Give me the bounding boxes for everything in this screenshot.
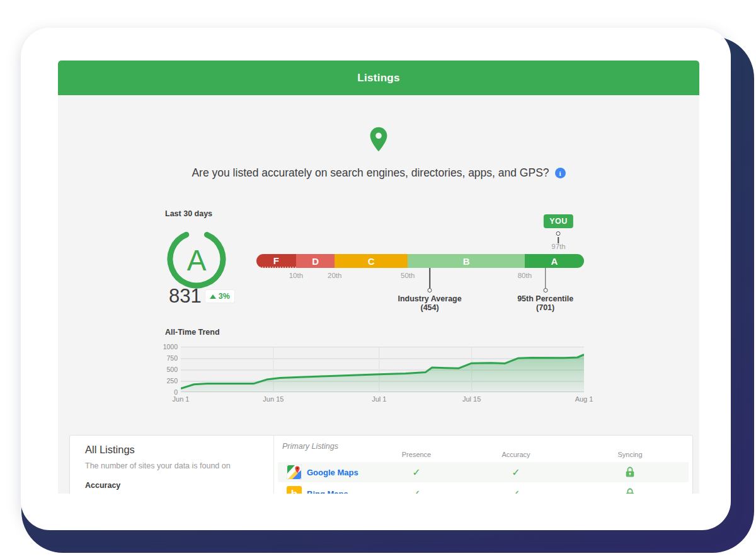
y-tick-label: 1000 bbox=[163, 343, 178, 350]
you-percentile-label: 97th bbox=[551, 243, 565, 250]
column-header-accuracy: Accuracy bbox=[501, 451, 530, 458]
app-header: Listings bbox=[58, 61, 699, 95]
check-icon: ✓ bbox=[512, 488, 520, 494]
location-pin-icon bbox=[364, 125, 393, 154]
all-listings-subtitle: The number of sites your data is found o… bbox=[85, 461, 258, 470]
annotation-value: (701) bbox=[536, 303, 554, 312]
column-header-presence: Presence bbox=[402, 451, 431, 458]
percentile-grade-bar: FDCBA bbox=[256, 254, 584, 268]
bing-maps-icon: b bbox=[287, 486, 302, 494]
annotation-value: (454) bbox=[420, 303, 438, 312]
annotation-title: Industry Average bbox=[398, 294, 461, 303]
table-row: bBing Maps✓✓ bbox=[278, 484, 689, 494]
annotation-dot bbox=[428, 288, 432, 292]
score-delta-badge: 3% bbox=[205, 290, 234, 303]
x-tick-label: Jul 15 bbox=[462, 395, 481, 403]
trend-x-axis: Jun 1Jun 15Jul 1Jul 15Aug 1 bbox=[181, 395, 584, 404]
percentile-tick-label: 20th bbox=[328, 272, 341, 279]
annotation-title: 95th Percentile bbox=[517, 294, 573, 303]
marketing-frame: Listings Are you listed accurately on se… bbox=[0, 0, 756, 556]
x-tick-label: Jul 1 bbox=[372, 395, 386, 403]
presence-cell: ✓ bbox=[412, 484, 420, 494]
percentile-tick-label: 10th bbox=[289, 272, 303, 279]
google-maps-icon bbox=[287, 465, 302, 480]
question-text: Are you listed accurately on search engi… bbox=[192, 166, 549, 180]
you-marker-dot bbox=[556, 231, 561, 236]
percentile-tick-label: 50th bbox=[401, 272, 415, 279]
site-link[interactable]: Google Maps bbox=[307, 468, 358, 477]
x-tick-label: Aug 1 bbox=[575, 395, 593, 403]
lock-icon bbox=[626, 488, 635, 494]
syncing-cell bbox=[626, 484, 635, 494]
grade-letter: A bbox=[164, 227, 229, 291]
trend-y-axis: 02505007501000 bbox=[151, 343, 178, 396]
x-tick-label: Jun 15 bbox=[263, 395, 284, 403]
accuracy-cell: ✓ bbox=[512, 484, 520, 494]
score-delta: 3% bbox=[219, 292, 230, 301]
annotation-line bbox=[429, 268, 430, 288]
info-icon[interactable]: i bbox=[555, 168, 566, 178]
panel-divider bbox=[273, 436, 274, 494]
check-icon: ✓ bbox=[512, 466, 520, 478]
svg-text:b: b bbox=[291, 488, 297, 494]
accuracy-cell: ✓ bbox=[512, 462, 520, 482]
percentile-zone: YOU 97th FDCBA 10th20th50th80th Industry… bbox=[256, 212, 584, 315]
grade-gauge: A bbox=[164, 227, 229, 291]
table-row: Google Maps✓✓ bbox=[278, 462, 689, 482]
trend-chart-plot bbox=[181, 347, 584, 392]
syncing-cell bbox=[626, 462, 635, 482]
x-tick-label: Jun 1 bbox=[173, 395, 190, 403]
presence-cell: ✓ bbox=[412, 462, 420, 482]
trend-chart-title: All-Time Trend bbox=[165, 328, 220, 337]
period-label: Last 30 days bbox=[165, 209, 212, 218]
percentile-tick-label: 80th bbox=[518, 272, 532, 279]
site-link[interactable]: Bing Maps bbox=[307, 489, 348, 494]
check-icon: ✓ bbox=[412, 466, 420, 478]
grade-segment-b: B bbox=[408, 254, 525, 268]
score-row: 831 3% bbox=[169, 285, 234, 308]
column-header-syncing: Syncing bbox=[617, 451, 642, 458]
trend-up-icon bbox=[210, 294, 216, 299]
y-tick-label: 500 bbox=[166, 366, 178, 373]
you-badge: YOU bbox=[544, 214, 573, 228]
page-title: Listings bbox=[357, 72, 400, 84]
annotation-dot bbox=[543, 288, 547, 292]
accuracy-label: Accuracy bbox=[85, 481, 258, 490]
grade-segment-f: F bbox=[256, 254, 296, 268]
y-tick-label: 750 bbox=[166, 354, 178, 362]
annotation-line bbox=[545, 268, 546, 288]
listings-app-screenshot: Listings Are you listed accurately on se… bbox=[58, 61, 699, 494]
listings-panel: All Listings The number of sites your da… bbox=[69, 435, 693, 494]
grade-segment-d: D bbox=[296, 254, 335, 268]
check-icon: ✓ bbox=[412, 488, 420, 494]
all-listings-title: All Listings bbox=[85, 444, 258, 456]
pin-wrap bbox=[58, 125, 699, 154]
tablet-card: Listings Are you listed accurately on se… bbox=[21, 28, 731, 530]
question-row: Are you listed accurately on search engi… bbox=[58, 166, 699, 180]
grade-segment-a: A bbox=[525, 254, 584, 268]
lock-icon bbox=[626, 466, 635, 478]
score-value: 831 bbox=[169, 285, 202, 308]
trend-line-chart bbox=[181, 347, 584, 393]
all-listings-summary: All Listings The number of sites your da… bbox=[70, 436, 273, 494]
y-tick-label: 250 bbox=[166, 377, 178, 385]
grade-segment-c: C bbox=[335, 254, 408, 268]
primary-listings-title: Primary Listings bbox=[282, 442, 338, 451]
